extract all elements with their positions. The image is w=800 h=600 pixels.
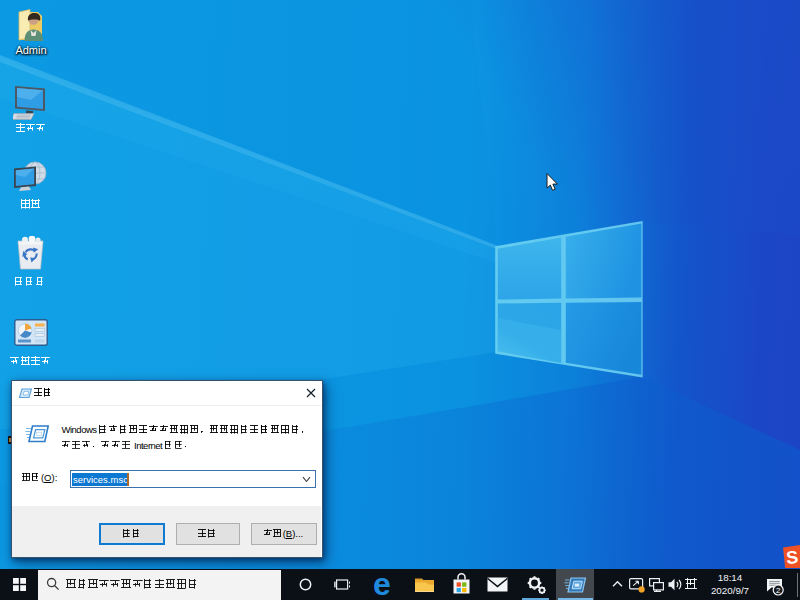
svg-text:S: S: [785, 546, 799, 567]
svg-text:2: 2: [776, 585, 781, 594]
